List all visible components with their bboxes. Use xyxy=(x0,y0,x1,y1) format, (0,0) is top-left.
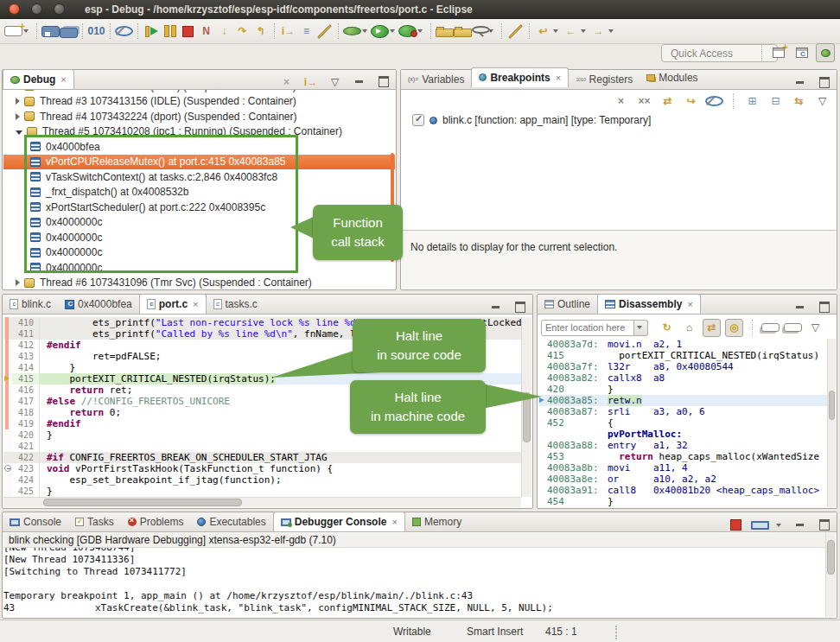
close-tab-icon[interactable] xyxy=(390,516,397,528)
debug-config-icon[interactable] xyxy=(317,24,332,39)
minimize-icon[interactable] xyxy=(791,298,809,316)
back-dropdown[interactable] xyxy=(581,29,586,33)
disassembly-scrollbar[interactable] xyxy=(827,339,836,507)
tab-port-c[interactable]: port.c xyxy=(139,294,207,314)
minimize-icon[interactable] xyxy=(791,73,809,92)
debug-thread-row[interactable]: Thread #3 1073413156 (IDLE) (Suspended :… xyxy=(3,94,395,110)
step-over-icon[interactable]: ↷ xyxy=(233,22,251,41)
breakpoint-row[interactable]: blink.c [function: app_main] [type: Temp… xyxy=(402,110,836,126)
expander-icon[interactable] xyxy=(16,98,20,105)
tab-tasks-c[interactable]: tasks.c xyxy=(207,295,264,314)
tab-disassembly[interactable]: Disassembly xyxy=(597,294,701,314)
window-close-button[interactable] xyxy=(9,3,20,15)
location-input[interactable] xyxy=(541,320,634,336)
goto-file-for-breakpoint-icon[interactable]: ↪ xyxy=(682,92,700,110)
stack-frame-row[interactable]: 0x4000bfea xyxy=(3,139,395,155)
tab-debugger-console[interactable]: Debugger Console xyxy=(273,512,405,531)
maximize-icon[interactable] xyxy=(511,298,529,316)
new-project-icon[interactable] xyxy=(436,29,454,37)
remove-all-terminated-icon[interactable]: × xyxy=(277,73,296,91)
tab-breakpoints[interactable]: Breakpoints xyxy=(471,67,569,87)
debug-perspective-button[interactable] xyxy=(816,43,835,62)
collapse-all-icon[interactable]: ⊟ xyxy=(767,92,785,110)
skip-all-breakpoints-icon[interactable] xyxy=(705,96,723,106)
console-scrollbar[interactable] xyxy=(825,533,836,617)
debug-thread-row[interactable]: Thread #6 1073431096 (Tmr Svc) (Suspende… xyxy=(3,276,395,289)
link-with-debug-view-icon[interactable]: ⇆ xyxy=(790,92,808,110)
disconnect-icon[interactable]: N xyxy=(197,22,215,41)
instruction-stepping-icon[interactable]: i→ xyxy=(302,73,320,91)
maximize-icon[interactable] xyxy=(815,73,833,92)
tab-console[interactable]: Console xyxy=(3,512,68,531)
display-selected-console-icon[interactable] xyxy=(751,521,769,530)
maximize-icon[interactable] xyxy=(815,516,833,534)
debug-thread-row[interactable]: Thread #5 1073410208 (ipc1 : Running) (S… xyxy=(3,124,395,140)
minimize-icon[interactable] xyxy=(791,516,809,534)
close-tab-icon[interactable] xyxy=(554,72,561,84)
tab-debug[interactable]: Debug xyxy=(3,69,74,89)
debug-thread-row[interactable]: Thread #4 1073432224 (dport) (Suspended … xyxy=(3,109,395,124)
editor-vertical-scrollbar[interactable] xyxy=(521,317,531,497)
terminate-console-icon[interactable] xyxy=(727,516,745,534)
view-menu-icon[interactable]: ▽ xyxy=(813,92,831,110)
breakpoint-checkbox[interactable] xyxy=(412,114,424,126)
stack-frame-row[interactable]: vPortCPUReleaseMutex() at port.c:415 0x4… xyxy=(3,155,395,170)
tab-variables[interactable]: Variables xyxy=(401,70,471,89)
refresh-icon[interactable]: ↻ xyxy=(658,319,676,337)
show-breakpoints-supported-icon[interactable]: ⇄ xyxy=(659,92,677,110)
minimize-icon[interactable] xyxy=(350,73,368,91)
remove-breakpoint-icon[interactable]: × xyxy=(612,92,630,110)
view-menu-icon[interactable]: ▽ xyxy=(326,73,344,91)
sync-active-context-icon[interactable]: ⇄ xyxy=(703,319,721,337)
step-return-icon[interactable]: ↰ xyxy=(251,22,270,41)
cpp-perspective-button[interactable] xyxy=(792,43,811,62)
tab-registers[interactable]: Registers xyxy=(569,70,640,89)
search-icon[interactable] xyxy=(472,26,490,34)
stack-frame-row[interactable]: _frxt_dispatch() at 0x4008532b xyxy=(3,185,395,200)
open-perspective-button[interactable] xyxy=(769,43,788,62)
binary-view-icon[interactable]: 010 xyxy=(87,22,105,41)
mark-occurrences-icon[interactable] xyxy=(508,24,523,39)
resume-icon[interactable] xyxy=(143,22,161,41)
track-expression-icon[interactable]: ◎ xyxy=(725,319,743,337)
quick-access-field[interactable]: Quick Access xyxy=(661,44,778,62)
expand-all-icon[interactable]: ⊞ xyxy=(743,92,761,110)
console-output[interactable]: [New Thread 1073468744][New Thread 10734… xyxy=(3,548,825,617)
editor-horizontal-scrollbar[interactable] xyxy=(3,497,521,507)
close-tab-icon[interactable] xyxy=(59,73,66,86)
tab-executables[interactable]: Executables xyxy=(190,512,272,531)
open-element-icon[interactable] xyxy=(454,29,472,37)
maximize-icon[interactable] xyxy=(374,73,392,91)
open-new-view-icon[interactable] xyxy=(784,323,802,332)
instruction-stepping-icon[interactable]: i→ xyxy=(279,22,297,41)
tab-tasks[interactable]: Tasks xyxy=(68,512,121,531)
tab-0x4000bfea[interactable]: 0x4000bfea xyxy=(58,295,139,314)
window-maximize-button[interactable] xyxy=(54,3,65,15)
debug-icon[interactable] xyxy=(343,27,361,35)
suspend-icon[interactable] xyxy=(161,22,179,41)
expander-icon[interactable] xyxy=(16,130,22,135)
tab-outline[interactable]: Outline xyxy=(538,295,597,314)
save-icon[interactable] xyxy=(41,26,60,37)
skip-all-breakpoints-icon[interactable] xyxy=(115,26,133,36)
step-into-icon[interactable]: ↓ xyxy=(215,22,233,41)
terminate-icon[interactable] xyxy=(179,22,197,41)
profile-icon[interactable] xyxy=(398,25,417,37)
stack-frame-row[interactable]: 0x4000000c xyxy=(3,260,395,276)
use-step-filters-icon[interactable]: ≡ xyxy=(297,22,315,41)
last-edit-location-icon[interactable]: ↩ xyxy=(534,22,552,41)
forward-dropdown[interactable] xyxy=(608,29,614,33)
expander-icon[interactable] xyxy=(16,113,20,120)
window-minimize-button[interactable] xyxy=(31,3,42,15)
tab-problems[interactable]: Problems xyxy=(121,512,191,531)
stack-frame-row[interactable]: vTaskSwitchContext() at tasks.c:2,846 0x… xyxy=(3,169,395,185)
back-icon[interactable]: ← xyxy=(562,22,580,41)
last-edit-location-dropdown[interactable] xyxy=(553,29,558,33)
view-menu-icon[interactable]: ▽ xyxy=(806,319,824,337)
tab-memory[interactable]: Memory xyxy=(405,512,468,531)
home-icon[interactable]: ⌂ xyxy=(680,319,698,337)
display-selected-console-dropdown[interactable] xyxy=(776,524,781,527)
new-view-icon[interactable] xyxy=(761,323,780,332)
tab-modules[interactable]: Modules xyxy=(640,68,704,87)
profile-dropdown[interactable] xyxy=(417,29,423,33)
